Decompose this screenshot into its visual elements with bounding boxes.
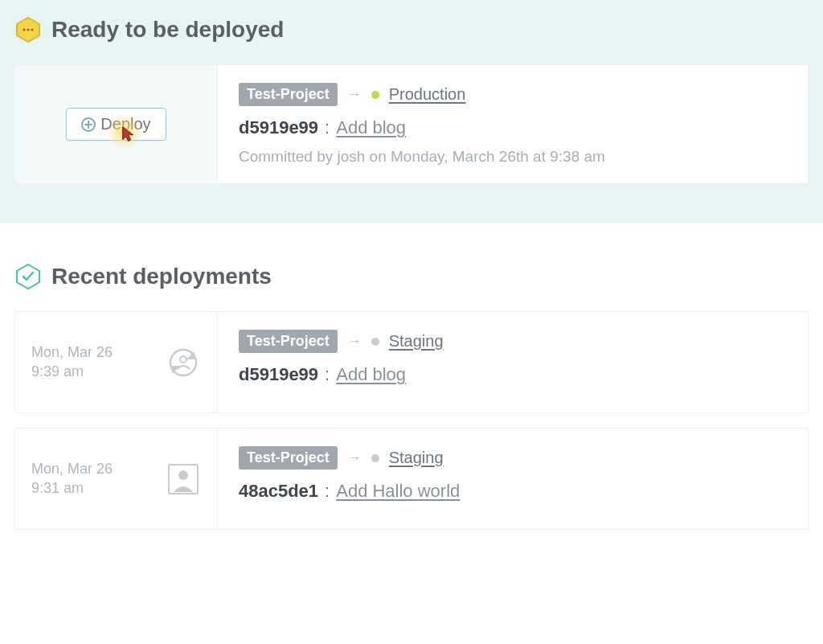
commit-row: d5919e99: Add blog	[239, 364, 787, 385]
time-line: 9:31 am	[31, 479, 113, 498]
svg-point-3	[31, 28, 33, 31]
environment-link[interactable]: Staging	[389, 332, 444, 351]
arrow-right-icon: →	[347, 86, 362, 103]
project-env-row: Test-Project → Staging	[239, 330, 787, 353]
project-env-row: Test-Project → Production	[239, 83, 787, 106]
commit-row: d5919e99: Add blog	[239, 117, 787, 138]
project-badge[interactable]: Test-Project	[239, 446, 338, 470]
commit-message-link[interactable]: Add Hallo world	[336, 481, 460, 502]
refresh-avatar-icon	[166, 345, 201, 380]
commit-row: 48ac5de1: Add Hallo world	[239, 481, 787, 502]
ready-title: Ready to be deployed	[51, 17, 284, 43]
recent-card-left: Mon, Mar 26 9:31 am	[15, 429, 218, 529]
recent-card-body: Test-Project → Staging 48ac5de1: Add Hal…	[218, 429, 808, 529]
svg-point-7	[180, 356, 186, 363]
recent-card: Mon, Mar 26 9:31 am Test-Project → Stagi…	[14, 428, 809, 530]
recent-header: Recent deployments	[14, 263, 809, 290]
recent-card: Mon, Mar 26 9:39 am Test-Project → Stagi…	[14, 311, 809, 413]
colon: :	[325, 117, 330, 138]
ready-card: Deploy Test-Project → Production d5919e9…	[14, 64, 809, 184]
commit-hash: d5919e99	[239, 364, 318, 385]
project-badge[interactable]: Test-Project	[239, 83, 338, 106]
success-hexagon-icon	[14, 263, 42, 290]
colon: :	[325, 481, 330, 502]
env-status-dot-icon	[371, 454, 379, 462]
env-status-dot-icon	[371, 338, 379, 346]
ready-card-body: Test-Project → Production d5919e99: Add …	[218, 65, 808, 183]
ready-section: Ready to be deployed Deploy Test-Project…	[0, 0, 823, 223]
ready-card-left: Deploy	[15, 65, 218, 183]
plus-circle-icon	[81, 117, 96, 132]
pending-hexagon-icon	[14, 16, 42, 43]
commit-message-link[interactable]: Add blog	[336, 364, 406, 385]
colon: :	[325, 364, 330, 385]
time-line: 9:39 am	[31, 363, 113, 381]
svg-point-1	[23, 28, 25, 31]
environment-link[interactable]: Production	[389, 85, 466, 104]
deploy-button-label: Deploy	[100, 115, 150, 133]
arrow-right-icon: →	[347, 449, 362, 466]
commit-meta: Committed by josh on Monday, March 26th …	[239, 148, 787, 166]
commit-message-link[interactable]: Add blog	[336, 117, 406, 138]
env-status-dot-icon	[371, 91, 379, 99]
date-line: Mon, Mar 26	[31, 343, 113, 362]
project-env-row: Test-Project → Staging	[239, 446, 787, 470]
ready-header: Ready to be deployed	[14, 16, 809, 43]
commit-hash: 48ac5de1	[239, 481, 318, 502]
recent-title: Recent deployments	[51, 264, 272, 289]
date-line: Mon, Mar 26	[31, 460, 113, 478]
recent-card-left: Mon, Mar 26 9:39 am	[15, 312, 218, 412]
deploy-timestamp: Mon, Mar 26 9:39 am	[31, 343, 113, 381]
arrow-right-icon: →	[347, 333, 362, 350]
recent-card-body: Test-Project → Staging d5919e99: Add blo…	[218, 312, 808, 412]
deploy-button[interactable]: Deploy	[66, 108, 166, 141]
svg-point-9	[178, 470, 188, 480]
anon-avatar-icon	[166, 461, 201, 497]
environment-link[interactable]: Staging	[389, 449, 444, 467]
project-badge[interactable]: Test-Project	[239, 330, 338, 353]
recent-section: Recent deployments Mon, Mar 26 9:39 am T…	[0, 223, 823, 560]
commit-hash: d5919e99	[239, 117, 318, 138]
deploy-timestamp: Mon, Mar 26 9:31 am	[31, 460, 113, 498]
svg-point-2	[27, 28, 29, 31]
